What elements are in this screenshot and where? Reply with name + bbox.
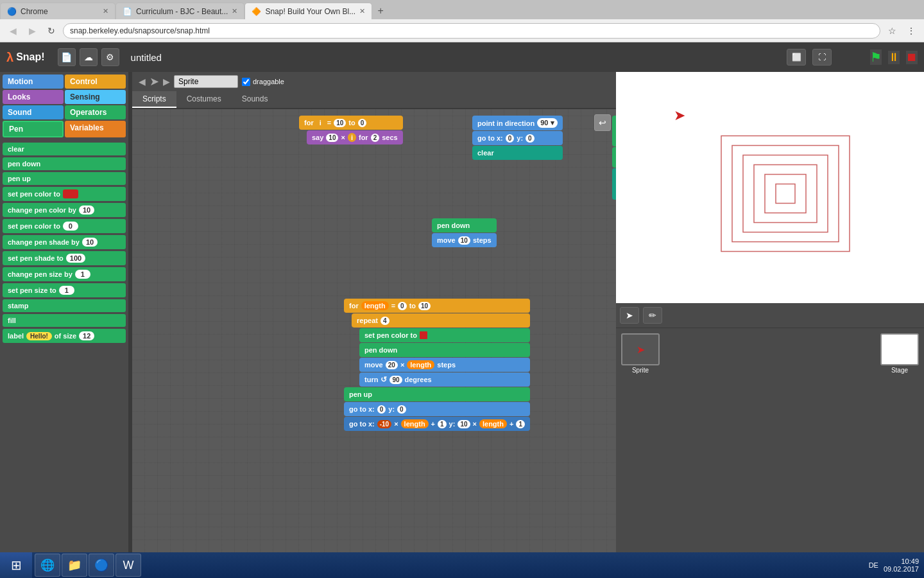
category-operators[interactable]: Operators xyxy=(65,105,126,119)
taskbar-ie[interactable]: 🌐 xyxy=(35,554,60,577)
normal-view-button[interactable]: ⬜ xyxy=(787,49,806,66)
address-bar[interactable]: snap.berkeley.edu/snapsource/snap.html xyxy=(63,23,880,39)
length-var-3[interactable]: length xyxy=(479,419,507,428)
move-20[interactable]: 20 xyxy=(386,361,398,369)
repeat-block[interactable]: repeat 4 xyxy=(352,313,530,328)
category-control[interactable]: Control xyxy=(65,74,126,89)
category-variables[interactable]: Variables xyxy=(65,121,126,137)
script-group-5[interactable]: for length = 0 to 10 repeat 4 set pen co… xyxy=(344,299,530,431)
pause-button[interactable]: ⏸ xyxy=(888,51,900,64)
script-canvas[interactable]: ↩ for i = 10 to 0 say 10 × i for 2 secs xyxy=(132,109,616,578)
set-pen-color-in-loop[interactable]: set pen color to xyxy=(359,328,530,342)
stage-edit-btn[interactable]: ✏ xyxy=(643,307,662,324)
bookmark-button[interactable]: ☆ xyxy=(884,23,900,39)
script-group-1[interactable]: for i = 10 to 0 say 10 × i for 2 secs xyxy=(299,116,403,144)
block-set-pen-shade[interactable]: set pen shade to 100 xyxy=(3,251,126,265)
draggable-checkbox[interactable] xyxy=(242,78,250,86)
category-pen[interactable]: Pen xyxy=(3,121,64,137)
repeat-4[interactable]: 4 xyxy=(381,317,389,325)
start-button[interactable]: ⊞ xyxy=(0,552,32,578)
pen-up-in-loop[interactable]: pen up xyxy=(344,387,530,401)
script-group-4[interactable]: pen down move 10 steps xyxy=(432,218,497,247)
block-change-pen-shade[interactable]: change pen shade by 10 xyxy=(3,235,126,249)
sprite-name-input[interactable] xyxy=(174,75,238,88)
move-steps[interactable]: 10 xyxy=(458,236,470,245)
block-set-pen-color-red[interactable]: set pen color to xyxy=(3,187,126,201)
go-y-0[interactable]: 0 xyxy=(397,405,406,414)
tab-scripts[interactable]: Scripts xyxy=(132,91,176,108)
turn-90[interactable]: 90 xyxy=(389,376,402,384)
taskbar-word[interactable]: W xyxy=(116,554,141,577)
move-block[interactable]: move 10 steps xyxy=(432,233,497,247)
new-tab-button[interactable]: + xyxy=(372,3,389,19)
to-10[interactable]: 10 xyxy=(418,302,431,310)
say-val-10[interactable]: 10 xyxy=(326,134,338,142)
block-change-pen-color[interactable]: change pen color by 10 xyxy=(3,203,126,217)
y-10[interactable]: 10 xyxy=(458,420,470,428)
settings-button[interactable]: ⚙ xyxy=(101,48,119,66)
draggable-label[interactable]: draggable xyxy=(242,78,284,86)
say-var-i[interactable]: i xyxy=(348,133,356,142)
sprite-item-sprite[interactable]: ➤ Sprite xyxy=(621,333,660,573)
cloud-button[interactable]: ☁ xyxy=(80,48,98,66)
nav-right-button[interactable]: ▶ xyxy=(163,76,170,87)
file-menu-button[interactable]: 📄 xyxy=(58,48,76,66)
sprite-thumbnail[interactable]: ➤ xyxy=(621,333,660,365)
tab-curriculum[interactable]: 📄 Curriculum - BJC - Beaut... ✕ xyxy=(116,3,244,19)
plus-1a[interactable]: 1 xyxy=(438,420,447,428)
plus-1b[interactable]: 1 xyxy=(516,420,525,428)
go-to-block[interactable]: go to x: 0 y: 0 xyxy=(472,131,563,145)
turn-in-loop[interactable]: turn ↺ 90 degrees xyxy=(359,372,530,387)
stage-run-btn[interactable]: ➤ xyxy=(620,307,639,324)
block-label-text[interactable]: label Hello! of size 12 xyxy=(3,329,126,343)
tab-snap[interactable]: 🔶 Snap! Build Your Own Bl... ✕ xyxy=(244,3,372,19)
taskbar-chrome[interactable]: 🔵 xyxy=(89,554,114,577)
val-10[interactable]: 10 xyxy=(334,119,346,127)
tab-costumes[interactable]: Costumes xyxy=(176,91,232,108)
undo-button[interactable]: ↩ xyxy=(594,114,611,131)
say-block[interactable]: say 10 × i for 2 secs xyxy=(307,130,403,144)
goto-y[interactable]: 0 xyxy=(526,134,535,143)
val-0[interactable]: 0 xyxy=(358,119,367,127)
tab-curriculum-close[interactable]: ✕ xyxy=(232,7,237,15)
green-flag-button[interactable]: ⚑ xyxy=(870,49,882,65)
category-sound[interactable]: Sound xyxy=(3,105,64,119)
nav-left-button[interactable]: ◀ xyxy=(139,76,146,87)
pen-down-block-3[interactable]: pen down xyxy=(432,218,497,232)
stage-item[interactable]: Stage xyxy=(880,333,919,374)
point-direction-block[interactable]: point in direction 90 ▾ xyxy=(472,116,563,130)
fullscreen-button[interactable]: ⛶ xyxy=(812,49,832,66)
tab-chrome-close[interactable]: ✕ xyxy=(103,7,108,15)
reload-button[interactable]: ↻ xyxy=(44,23,59,39)
clear-block-2[interactable]: clear xyxy=(472,146,563,160)
category-sensing[interactable]: Sensing xyxy=(65,90,126,104)
tab-chrome[interactable]: 🔵 Chrome ✕ xyxy=(0,3,116,19)
pen-down-in-loop[interactable]: pen down xyxy=(359,343,530,357)
category-looks[interactable]: Looks xyxy=(3,90,64,104)
block-change-pen-size[interactable]: change pen size by 1 xyxy=(3,267,126,281)
go-x-0[interactable]: 0 xyxy=(377,405,386,414)
block-set-pen-size[interactable]: set pen size to 1 xyxy=(3,283,126,297)
script-group-2[interactable]: point in direction 90 ▾ go to x: 0 y: 0 … xyxy=(472,116,563,160)
block-set-pen-color-0[interactable]: set pen color to 0 xyxy=(3,219,126,233)
goto-formula[interactable]: go to x: -10 × length + 1 y: 10 × length… xyxy=(344,417,530,431)
say-for-2[interactable]: 2 xyxy=(371,134,380,142)
category-motion[interactable]: Motion xyxy=(3,74,64,89)
block-pen-down[interactable]: pen down xyxy=(3,157,126,170)
project-title[interactable]: untitled xyxy=(131,52,162,63)
move-in-loop[interactable]: move 20 × length steps xyxy=(359,358,530,372)
stop-button[interactable]: ⏹ xyxy=(906,51,918,64)
back-button[interactable]: ◀ xyxy=(5,23,21,39)
neg-10[interactable]: -10 xyxy=(377,420,391,428)
block-clear[interactable]: clear xyxy=(3,143,126,155)
taskbar-explorer[interactable]: 📁 xyxy=(62,554,87,577)
goto-x[interactable]: 0 xyxy=(506,134,515,143)
for-loop-block[interactable]: for i = 10 to 0 xyxy=(299,116,403,130)
var-i[interactable]: i xyxy=(316,118,325,127)
length-var-1[interactable]: length xyxy=(407,360,434,369)
direction-dropdown[interactable]: 90 ▾ xyxy=(537,118,557,128)
stage-thumbnail[interactable] xyxy=(880,333,919,365)
block-stamp[interactable]: stamp xyxy=(3,299,126,312)
from-0[interactable]: 0 xyxy=(398,302,407,310)
tab-snap-close[interactable]: ✕ xyxy=(359,7,365,15)
